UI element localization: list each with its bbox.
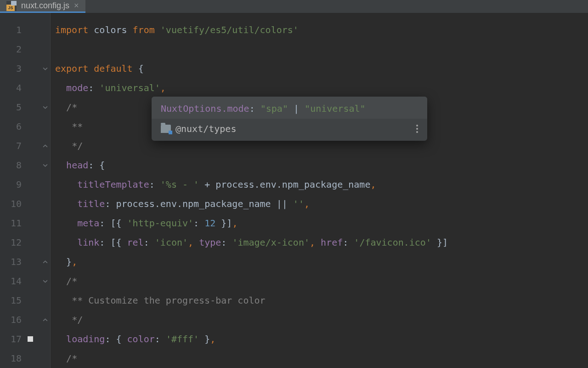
tooltip-signature: NuxtOptions.mode: "spa" | "universal" (152, 97, 427, 119)
editor-pane: 123456789101112131415161718 import color… (0, 13, 588, 368)
code-area[interactable]: import colors from 'vuetify/es5/util/col… (51, 13, 588, 368)
file-tab[interactable]: JS nuxt.config.js × (0, 0, 85, 13)
gutter-line[interactable]: 6 (0, 117, 50, 136)
gutter-line[interactable]: 7 (0, 136, 50, 155)
fold-collapse-icon[interactable] (42, 104, 48, 110)
code-line-10[interactable]: title: process.env.npm_package_name || '… (51, 194, 588, 213)
gutter-line[interactable]: 4 (0, 78, 50, 98)
code-line-12[interactable]: link: [{ rel: 'icon', type: 'image/x-ico… (51, 233, 588, 252)
gutter-line[interactable]: 8 (0, 155, 50, 175)
tooltip-package: @nuxt/types (161, 123, 236, 134)
fold-expand-icon[interactable] (42, 259, 48, 265)
editor-tabbar: JS nuxt.config.js × (0, 0, 588, 13)
tab-filename: nuxt.config.js (21, 1, 69, 11)
gutter-line[interactable]: 13 (0, 252, 50, 271)
gutter-line[interactable]: 9 (0, 175, 50, 194)
code-line-8[interactable]: head: { (51, 155, 588, 175)
gutter: 123456789101112131415161718 (0, 13, 51, 368)
code-line-14[interactable]: /* (51, 271, 588, 291)
gutter-line[interactable]: 3 (0, 59, 50, 78)
gutter-line[interactable]: 1 (0, 20, 50, 40)
gutter-line[interactable]: 5 (0, 98, 50, 117)
tooltip-package-name: @nuxt/types (175, 123, 236, 134)
code-line-2[interactable] (51, 40, 588, 59)
close-tab-icon[interactable]: × (74, 1, 79, 11)
fold-expand-icon[interactable] (42, 143, 48, 149)
code-line-15[interactable]: ** Customize the progress-bar color (51, 291, 588, 310)
code-line-4[interactable]: mode: 'universal', (51, 78, 588, 98)
code-line-16[interactable]: */ (51, 310, 588, 329)
gutter-line[interactable]: 16 (0, 310, 50, 329)
gutter-marker-icon[interactable] (28, 336, 33, 342)
gutter-line[interactable]: 17 (0, 329, 50, 349)
gutter-line[interactable]: 15 (0, 291, 50, 310)
fold-collapse-icon[interactable] (42, 162, 48, 168)
code-line-18[interactable]: /* (51, 349, 588, 368)
code-line-1[interactable]: import colors from 'vuetify/es5/util/col… (51, 20, 588, 40)
code-line-13[interactable]: }, (51, 252, 588, 271)
gutter-line[interactable]: 2 (0, 40, 50, 59)
folder-icon (161, 125, 171, 133)
fold-expand-icon[interactable] (42, 316, 48, 323)
gutter-line[interactable]: 18 (0, 349, 50, 368)
gutter-line[interactable]: 11 (0, 213, 50, 233)
gutter-line[interactable]: 12 (0, 233, 50, 252)
more-icon[interactable] (416, 125, 418, 133)
fold-collapse-icon[interactable] (42, 65, 48, 72)
code-line-3[interactable]: export default { (51, 59, 588, 78)
gutter-line[interactable]: 14 (0, 271, 50, 291)
code-line-9[interactable]: titleTemplate: '%s - ' + process.env.npm… (51, 175, 588, 194)
type-hint-tooltip: NuxtOptions.mode: "spa" | "universal" @n… (152, 97, 427, 141)
code-line-17[interactable]: loading: { color: '#fff' }, (51, 329, 588, 349)
js-file-icon: JS (6, 1, 17, 11)
gutter-line[interactable]: 10 (0, 194, 50, 213)
fold-collapse-icon[interactable] (42, 278, 48, 284)
code-line-11[interactable]: meta: [{ 'http-equiv': 12 }], (51, 213, 588, 233)
